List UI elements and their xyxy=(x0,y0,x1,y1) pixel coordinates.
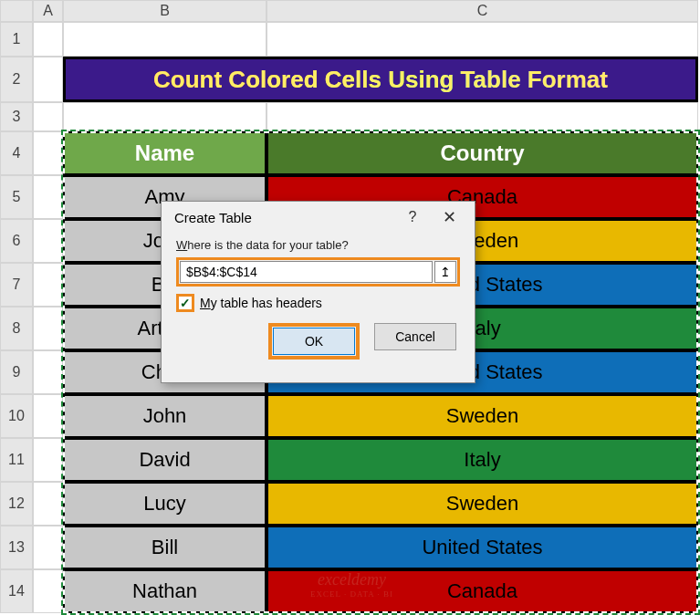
cell-B3[interactable] xyxy=(63,102,266,131)
cell-A8[interactable] xyxy=(33,307,63,350)
table-row[interactable]: Italy xyxy=(266,438,698,482)
col-header-C[interactable]: C xyxy=(266,0,698,22)
row-header-14[interactable]: 14 xyxy=(0,569,33,613)
table-row[interactable]: Nathan xyxy=(63,569,266,613)
row-header-7[interactable]: 7 xyxy=(0,263,33,307)
row-header-6[interactable]: 6 xyxy=(0,219,33,263)
cell-C3[interactable] xyxy=(266,102,698,131)
cell-A12[interactable] xyxy=(33,482,63,526)
cell-C1[interactable] xyxy=(266,22,698,57)
cell-A5[interactable] xyxy=(33,175,63,219)
table-row[interactable]: David xyxy=(63,438,266,482)
range-picker-icon[interactable]: ↥ xyxy=(434,261,456,283)
cell-A13[interactable] xyxy=(33,526,63,569)
table-row[interactable]: Canada xyxy=(266,569,698,613)
row-header-4[interactable]: 4 xyxy=(0,131,33,175)
table-row[interactable]: United States xyxy=(266,526,698,569)
dialog-title: Create Table xyxy=(174,210,394,225)
cell-A3[interactable] xyxy=(33,102,63,131)
dialog-prompt: Where is the data for your table? xyxy=(176,238,460,252)
headers-checkbox[interactable]: ✓ xyxy=(176,294,194,312)
check-icon: ✓ xyxy=(180,296,191,310)
select-all-corner[interactable] xyxy=(0,0,33,22)
row-header-3[interactable]: 3 xyxy=(0,102,33,131)
cell-A6[interactable] xyxy=(33,219,63,263)
row-header-9[interactable]: 9 xyxy=(0,350,33,394)
row-header-12[interactable]: 12 xyxy=(0,482,33,526)
cell-A10[interactable] xyxy=(33,394,63,438)
spreadsheet-area: A B C 1 2 3 4 5 6 7 8 9 10 11 12 13 14 C… xyxy=(0,0,700,615)
row-header-13[interactable]: 13 xyxy=(0,526,33,569)
table-header-country[interactable]: Country xyxy=(266,131,698,175)
row-header-1[interactable]: 1 xyxy=(0,22,33,57)
row-header-10[interactable]: 10 xyxy=(0,394,33,438)
cell-A2[interactable] xyxy=(33,57,63,102)
table-row[interactable]: Lucy xyxy=(63,482,266,526)
table-row[interactable]: John xyxy=(63,394,266,438)
col-header-B[interactable]: B xyxy=(63,0,266,22)
cell-A1[interactable] xyxy=(33,22,63,57)
table-header-name[interactable]: Name xyxy=(63,131,266,175)
row-header-2[interactable]: 2 xyxy=(0,57,33,102)
cell-A7[interactable] xyxy=(33,263,63,307)
ok-button[interactable]: OK xyxy=(273,328,355,355)
cell-A4[interactable] xyxy=(33,131,63,175)
help-button[interactable]: ? xyxy=(394,209,431,225)
title-banner[interactable]: Count Colored Cells Using Table Format xyxy=(63,57,698,102)
cell-A11[interactable] xyxy=(33,438,63,482)
row-header-11[interactable]: 11 xyxy=(0,438,33,482)
headers-checkbox-label: My table has headers xyxy=(200,296,322,310)
table-row[interactable]: Sweden xyxy=(266,482,698,526)
row-header-5[interactable]: 5 xyxy=(0,175,33,219)
table-row[interactable]: Bill xyxy=(63,526,266,569)
table-row[interactable]: Sweden xyxy=(266,394,698,438)
cell-A9[interactable] xyxy=(33,350,63,394)
cell-A14[interactable] xyxy=(33,569,63,613)
range-input[interactable] xyxy=(180,261,433,283)
cell-B1[interactable] xyxy=(63,22,266,57)
create-table-dialog: Create Table ? ✕ Where is the data for y… xyxy=(161,201,475,383)
close-icon[interactable]: ✕ xyxy=(431,207,467,227)
row-header-8[interactable]: 8 xyxy=(0,307,33,350)
title-text: Count Colored Cells Using Table Format xyxy=(153,66,608,94)
cancel-button[interactable]: Cancel xyxy=(374,323,456,350)
col-header-A[interactable]: A xyxy=(33,0,63,22)
